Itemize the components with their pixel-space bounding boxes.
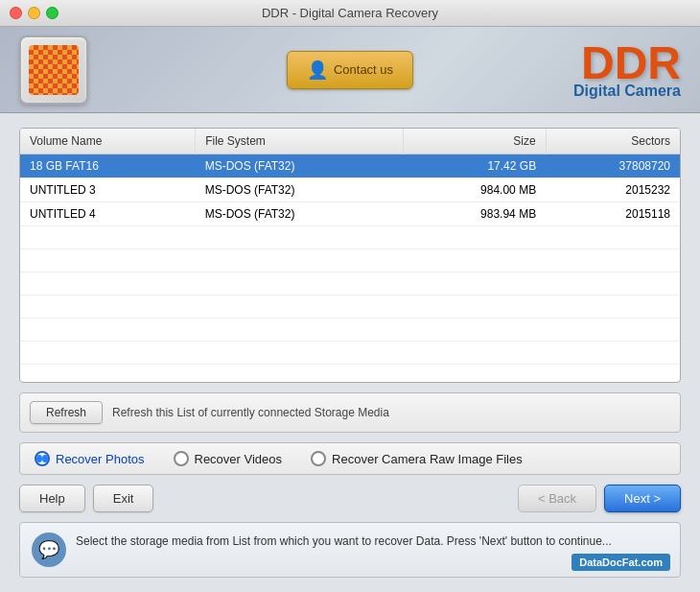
cell-sectors: 2015232 [546,178,680,202]
traffic-lights [10,7,58,19]
window-title: DDR - Digital Camera Recovery [262,6,438,20]
table-row[interactable]: 18 GB FAT16 MS-DOS (FAT32) 17.42 GB 3780… [20,154,680,178]
help-button[interactable]: Help [19,485,85,512]
main-content: Volume Name File System Size Sectors 18 … [0,113,700,592]
ddr-logo: DDR Digital Camera [573,40,681,100]
storage-table-container: Volume Name File System Size Sectors 18 … [19,128,681,383]
table-row-empty [20,272,680,296]
contact-label: Contact us [334,62,393,77]
cell-volume: UNTITLED 3 [20,178,196,202]
table-row[interactable]: UNTITLED 4 MS-DOS (FAT32) 983.94 MB 2015… [20,202,680,226]
col-file-system: File System [196,129,404,154]
contact-icon: 👤 [307,59,328,81]
recovery-options-row: Recover Photos Recover Videos Recover Ca… [19,442,681,475]
col-volume-name: Volume Name [20,129,196,154]
cell-size: 17.42 GB [403,154,546,178]
table-row-empty [20,249,680,272]
maximize-button[interactable] [46,7,58,19]
radio-recover-raw[interactable]: Recover Camera Raw Image Files [311,451,523,466]
radio-label-photos: Recover Photos [56,452,145,466]
contact-btn-wrap: 👤 Contact us [287,51,413,89]
cell-fs: MS-DOS (FAT32) [196,202,404,226]
ddr-title: DDR [573,40,681,86]
table-row-empty [20,365,680,384]
refresh-button[interactable]: Refresh [30,401,103,424]
ddr-subtitle: Digital Camera [573,83,681,100]
table-row-empty [20,342,680,365]
watermark: DataDocFat.com [572,554,670,571]
logo-icon [29,45,79,95]
close-button[interactable] [10,7,22,19]
cell-sectors: 2015118 [546,202,680,226]
minimize-button[interactable] [28,7,40,19]
cell-fs: MS-DOS (FAT32) [196,178,404,202]
radio-circle-videos [174,451,189,466]
info-bar: 💬 Select the storage media from List fro… [19,522,681,578]
cell-size: 984.00 MB [403,178,546,202]
radio-recover-videos[interactable]: Recover Videos [174,451,283,466]
radio-circle-raw [311,451,326,466]
refresh-description: Refresh this List of currently connected… [112,406,389,419]
next-button[interactable]: Next > [604,485,681,512]
info-message: Select the storage media from List from … [76,533,612,550]
titlebar: DDR - Digital Camera Recovery [0,0,700,27]
exit-button[interactable]: Exit [93,485,154,512]
radio-label-videos: Recover Videos [195,452,283,466]
contact-button[interactable]: 👤 Contact us [287,51,413,89]
cell-volume: UNTITLED 4 [20,202,196,226]
cell-volume: 18 GB FAT16 [20,154,196,178]
radio-recover-photos[interactable]: Recover Photos [35,451,145,466]
radio-circle-photos [35,451,50,466]
logo-box [19,36,88,105]
back-button: < Back [518,485,596,512]
cell-fs: MS-DOS (FAT32) [196,154,404,178]
bottom-buttons-row: Help Exit < Back Next > [19,485,681,512]
col-sectors: Sectors [546,129,680,154]
table-row-empty [20,319,680,342]
storage-table: Volume Name File System Size Sectors 18 … [20,129,680,383]
col-size: Size [403,129,546,154]
refresh-row: Refresh Refresh this List of currently c… [19,392,681,433]
table-row[interactable]: UNTITLED 3 MS-DOS (FAT32) 984.00 MB 2015… [20,178,680,202]
header: 👤 Contact us DDR Digital Camera [0,27,700,113]
cell-sectors: 37808720 [546,154,680,178]
cell-size: 983.94 MB [403,202,546,226]
radio-label-raw: Recover Camera Raw Image Files [332,452,523,466]
info-icon: 💬 [32,533,66,567]
table-row-empty [20,296,680,319]
table-row-empty [20,226,680,249]
table-header-row: Volume Name File System Size Sectors [20,129,680,154]
